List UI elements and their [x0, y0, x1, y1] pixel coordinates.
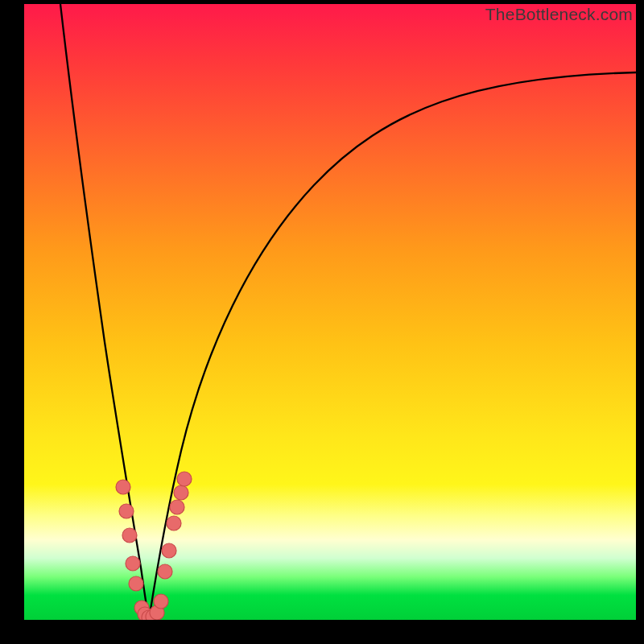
plot-area: [24, 4, 636, 620]
marker-dot: [177, 472, 192, 486]
marker-dot: [162, 543, 176, 558]
curve-layer: [24, 4, 636, 620]
marker-dot: [174, 485, 188, 500]
watermark-text: TheBottleneck.com: [485, 5, 633, 24]
marker-dot: [154, 594, 168, 609]
marker-dot: [167, 516, 181, 530]
marker-dot: [116, 480, 130, 494]
marker-dot: [119, 504, 134, 518]
curve-right-branch: [149, 72, 636, 620]
marker-dot: [158, 564, 172, 579]
marker-group: [116, 472, 192, 620]
marker-dot: [122, 528, 137, 543]
marker-dot: [129, 576, 143, 591]
marker-dot: [126, 556, 140, 571]
curve-left-branch: [60, 4, 149, 620]
marker-dot: [170, 500, 184, 514]
chart-container: TheBottleneck.com: [0, 0, 644, 644]
